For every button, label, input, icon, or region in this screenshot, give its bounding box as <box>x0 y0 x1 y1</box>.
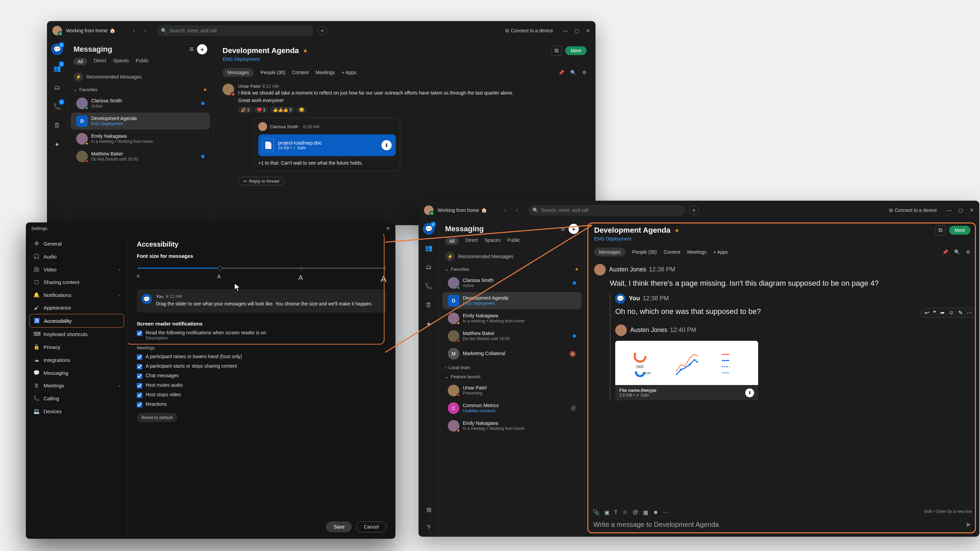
local-team-section[interactable]: › Local team <box>439 363 585 372</box>
nav-appearance[interactable]: 🖌Appearance <box>29 301 124 314</box>
more-icon[interactable]: ⋯ <box>663 509 669 516</box>
filter-direct[interactable]: Direct <box>466 237 478 245</box>
compose-button[interactable]: ＋ <box>569 224 579 234</box>
composer-input[interactable]: Write a message to Development Agenda ➤ <box>593 518 972 531</box>
connect-device[interactable]: ⧉ Connect to a device <box>505 28 553 34</box>
rail-teams[interactable]: 🗂 <box>423 261 434 273</box>
rail-calendar[interactable]: 🗓 <box>423 299 434 311</box>
panel-icon[interactable]: ⧉ <box>552 46 562 56</box>
avatar[interactable] <box>258 122 267 131</box>
star-icon[interactable]: ★ <box>303 48 308 54</box>
tab-messages[interactable]: Messages <box>223 68 254 77</box>
window-maximize[interactable]: ▢ <box>575 28 579 33</box>
star-icon[interactable]: ★ <box>675 227 679 233</box>
srn-top-check[interactable]: Read the following notifications when sc… <box>137 330 387 340</box>
avatar[interactable] <box>594 264 606 275</box>
rail-more[interactable]: ✦ <box>423 318 434 330</box>
filter-all[interactable]: All <box>73 58 87 65</box>
nav-audio[interactable]: 🎧Audio <box>29 250 124 263</box>
cancel-button[interactable]: Cancel <box>356 521 387 532</box>
check-mute-audio[interactable]: Host mutes audio <box>137 382 387 388</box>
reply-icon[interactable]: ↩ <box>924 310 929 316</box>
rail-contacts[interactable]: 👥1 <box>51 63 63 74</box>
message-hover-toolbar[interactable]: ↩ ❝ ➦ ☺ ✎ ⋯ <box>921 308 976 318</box>
file-attachment[interactable]: 📄 project-roadmap.doc 24 KB • ✔ Safe ⬇ <box>258 134 396 156</box>
avatar[interactable] <box>615 324 627 336</box>
rail-more[interactable]: ✦ <box>51 139 63 150</box>
check-reactions[interactable]: Reactions <box>137 401 387 408</box>
breadcrumb[interactable]: ENG Deployment <box>594 236 970 241</box>
nav-back[interactable] <box>130 27 138 35</box>
tab-meetings[interactable]: Meetings <box>315 70 335 75</box>
attach-icon[interactable]: 📎 <box>593 509 600 516</box>
edit-icon[interactable]: ✎ <box>958 310 963 316</box>
bitmoji-icon[interactable]: ☻ <box>653 509 659 516</box>
search-input[interactable]: 🔍 Search, meet, and call <box>528 205 685 216</box>
panel-icon[interactable]: ⧉ <box>935 225 946 235</box>
capture-icon[interactable]: ▣ <box>605 509 609 516</box>
nav-forward[interactable] <box>513 206 521 214</box>
rail-messaging[interactable]: 💬4 <box>51 43 63 55</box>
room-common-metrics[interactable]: C Common MetricsUsability research @ <box>442 400 582 417</box>
room-clarissa[interactable]: Clarissa SmithActive <box>442 275 582 292</box>
search-icon[interactable]: 🔍 <box>954 249 960 255</box>
reactions[interactable]: 🎉 1 ❤️ 1 👍👍👍 3 😀 <box>238 107 517 113</box>
check-chat[interactable]: Chat messages <box>137 373 387 379</box>
tab-messages[interactable]: Messages <box>594 248 625 256</box>
nav-notifications[interactable]: 🔔Notifications› <box>29 288 124 301</box>
format-icon[interactable]: Ƭ <box>614 509 617 516</box>
filter-icon[interactable]: ≡ <box>189 45 194 54</box>
rail-calling[interactable]: 📞1 <box>51 101 63 112</box>
tab-apps[interactable]: + Apps <box>713 249 728 255</box>
reset-button[interactable]: Reset to default <box>137 413 177 422</box>
close-icon[interactable]: ✕ <box>386 226 390 231</box>
mention-icon[interactable]: @ <box>633 509 638 516</box>
window-close[interactable]: ✕ <box>970 208 974 213</box>
pin-icon[interactable]: 📌 <box>558 70 564 75</box>
window-maximize[interactable]: ▢ <box>959 208 963 213</box>
reply-to-thread[interactable]: ↩ Reply to thread <box>238 177 284 185</box>
nav-meetings[interactable]: 🗓Meetings› <box>29 379 124 392</box>
download-button[interactable]: ⬇ <box>745 388 754 397</box>
tab-meetings[interactable]: Meetings <box>687 249 706 255</box>
room-development-agenda[interactable]: D Development AgendaENG Deployment <box>442 292 582 309</box>
check-raise-hand[interactable]: A participant raises or lowers hand (hos… <box>137 354 387 360</box>
room-clarissa[interactable]: Clarissa SmithActive <box>71 95 210 112</box>
send-icon[interactable]: ➤ <box>966 520 971 529</box>
search-icon[interactable]: 🔍 <box>570 70 576 75</box>
filter-direct[interactable]: Direct <box>94 58 107 65</box>
rail-apps[interactable]: ⊞ <box>423 504 434 516</box>
check-stop-video[interactable]: Host stops video <box>137 392 387 398</box>
room-emily-2[interactable]: Emily NakagawaIn a meeting • Working fro… <box>442 417 582 434</box>
favorites-section[interactable]: ⌄ Favorites ★ <box>439 265 585 274</box>
filter-spaces[interactable]: Spaces <box>485 237 501 245</box>
tab-people[interactable]: People (30) <box>261 70 285 75</box>
file-attachment[interactable]: 28004220 File name.filetype 2.6 MB • ✔ S… <box>615 341 758 400</box>
window-minimize[interactable]: — <box>563 28 568 33</box>
nav-general[interactable]: ⚙General <box>29 237 124 250</box>
gear-icon[interactable]: ⚙ <box>582 70 587 75</box>
quote-icon[interactable]: ❝ <box>933 310 936 316</box>
room-development-agenda[interactable]: D Development AgendaENG Deployment <box>71 113 210 130</box>
nav-devices[interactable]: 💻Devices <box>29 405 124 418</box>
gear-icon[interactable]: ⚙ <box>966 249 970 255</box>
avatar[interactable] <box>424 205 434 215</box>
room-matthew[interactable]: Matthew BakerDo Not Disturb until 16:00 <box>71 148 210 165</box>
nav-messaging[interactable]: 💬Messaging <box>29 366 124 379</box>
rail-help[interactable]: ? <box>423 522 434 533</box>
more-icon[interactable]: ⋯ <box>967 310 972 316</box>
slider-thumb[interactable] <box>218 266 222 271</box>
meet-button[interactable]: Meet <box>565 46 587 55</box>
filter-public[interactable]: Public <box>136 58 149 65</box>
tab-content[interactable]: Content <box>292 70 309 75</box>
breadcrumb[interactable]: ENG Deployment <box>223 56 587 62</box>
new-action-button[interactable]: ＋ <box>318 26 327 35</box>
nav-privacy[interactable]: 🔒Privacy <box>29 340 124 353</box>
filter-all[interactable]: All <box>445 237 459 245</box>
connect-device[interactable]: ⧉ Connect to a device <box>889 208 937 213</box>
recommended-messages[interactable]: ⚡ Recommended Messages <box>67 69 213 85</box>
presence-status[interactable]: Working from home🏠 <box>438 208 487 213</box>
filter-public[interactable]: Public <box>508 237 520 245</box>
rail-teams[interactable]: 🗂 <box>51 82 63 93</box>
emoji-icon[interactable]: ☺ <box>622 509 628 516</box>
